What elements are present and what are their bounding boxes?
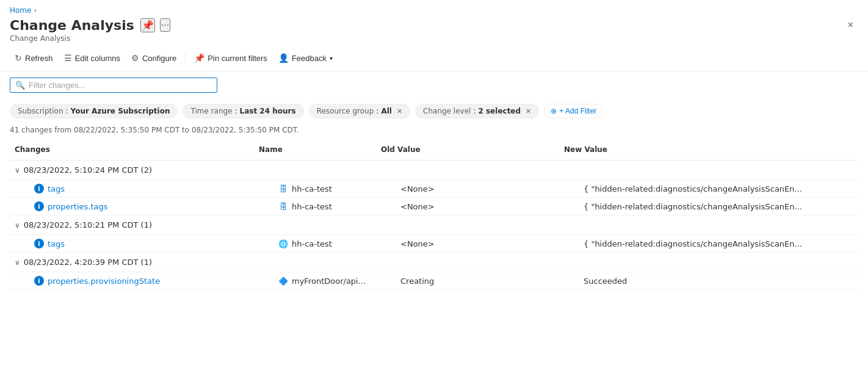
old-value-cell: Creating — [396, 273, 579, 289]
refresh-label: Refresh — [25, 54, 53, 63]
feedback-button[interactable]: 👤 Feedback ▾ — [273, 50, 338, 66]
change-cell: i properties.provisioningState — [29, 272, 273, 289]
resource-name: hh-ca-test — [292, 202, 332, 211]
chevron-down-icon: ∨ — [15, 258, 20, 267]
change-link[interactable]: tags — [48, 184, 65, 193]
resource-group-chip[interactable]: Resource group : All ✕ — [309, 104, 410, 118]
add-filter-icon: ⊕ — [551, 107, 557, 115]
name-cell: 🗄 hh-ca-test — [273, 180, 396, 197]
pin-filters-label: Pin current filters — [208, 54, 267, 63]
change-link[interactable]: tags — [48, 239, 65, 248]
page-title: Change Analysis — [10, 18, 134, 33]
chevron-down-icon: ∨ — [15, 166, 20, 175]
table-row[interactable]: i tags 🗄 hh-ca-test <None> { "hidden-rel… — [10, 180, 858, 198]
filter-input-container: 🔍 — [10, 78, 217, 93]
configure-button[interactable]: ⚙ Configure — [126, 50, 181, 66]
result-summary: 41 changes from 08/22/2022, 5:35:50 PM C… — [0, 123, 868, 139]
close-button[interactable]: × — [843, 17, 858, 33]
filter-section: 🔍 — [0, 71, 868, 99]
chevron-down-icon: ∨ — [15, 221, 20, 230]
refresh-icon: ↻ — [15, 53, 22, 63]
change-level-chip[interactable]: Change level : 2 selected ✕ — [415, 104, 539, 118]
table-container: Changes Name Old Value New Value ∨ 08/23… — [0, 139, 868, 290]
storage-icon: 🗄 — [278, 184, 288, 193]
info-icon: i — [34, 201, 44, 211]
table-row[interactable]: i properties.tags 🗄 hh-ca-test <None> { … — [10, 198, 858, 215]
refresh-button[interactable]: ↻ Refresh — [10, 50, 58, 66]
feedback-label: Feedback — [292, 54, 327, 63]
resource-name: hh-ca-test — [292, 184, 332, 193]
breadcrumb: Home › — [0, 0, 868, 17]
col-header-old-value: Old Value — [376, 143, 559, 156]
table-row[interactable]: i properties.provisioningState 🔷 myFront… — [10, 272, 858, 290]
time-range-chip[interactable]: Time range : Last 24 hours — [183, 104, 303, 118]
name-cell: 🔷 myFrontDoor/api... — [273, 272, 396, 289]
more-icon[interactable]: ··· — [160, 18, 170, 32]
resource-name: myFrontDoor/api... — [292, 277, 366, 286]
add-filter-label: + Add Filter — [559, 107, 596, 115]
old-value-cell: <None> — [396, 236, 579, 252]
resource-group-chip-close[interactable]: ✕ — [397, 107, 402, 115]
search-icon: 🔍 — [15, 81, 25, 90]
edit-columns-button[interactable]: ☰ Edit columns — [59, 50, 125, 66]
change-cell: i tags — [29, 180, 273, 197]
resource-name: hh-ca-test — [292, 239, 332, 248]
change-link[interactable]: properties.tags — [48, 202, 108, 211]
filter-chips: Subscription : Your Azure Subscription T… — [0, 99, 868, 123]
pin-filters-button[interactable]: 📌 Pin current filters — [189, 50, 272, 66]
new-value-cell: Succeeded — [579, 273, 858, 289]
table-header: Changes Name Old Value New Value — [10, 139, 858, 161]
change-level-chip-close[interactable]: ✕ — [526, 107, 531, 115]
name-cell: 🌐 hh-ca-test — [273, 235, 396, 252]
group-timestamp-2: 08/23/2022, 5:10:21 PM CDT (1) — [24, 220, 152, 230]
breadcrumb-separator: › — [34, 6, 37, 15]
filter-input[interactable] — [29, 81, 212, 90]
breadcrumb-home[interactable]: Home — [10, 6, 31, 15]
change-cell: i tags — [29, 235, 273, 252]
change-cell: i properties.tags — [29, 198, 273, 215]
header-row: Change Analysis 📌 ··· × — [0, 17, 868, 34]
globe-icon: 🌐 — [278, 239, 288, 248]
info-icon: i — [34, 276, 44, 286]
subtitle: Change Analysis — [0, 34, 868, 48]
add-filter-button[interactable]: ⊕ + Add Filter — [544, 104, 603, 118]
group-row-3[interactable]: ∨ 08/23/2022, 4:20:39 PM CDT (1) — [10, 253, 858, 272]
name-cell: 🗄 hh-ca-test — [273, 198, 396, 215]
pin-icon[interactable]: 📌 — [140, 18, 155, 32]
col-header-new-value: New Value — [559, 143, 858, 156]
feedback-chevron-icon: ▾ — [330, 55, 333, 62]
group-row-2[interactable]: ∨ 08/23/2022, 5:10:21 PM CDT (1) — [10, 215, 858, 235]
new-value-cell: { "hidden-related:diagnostics/changeAnal… — [579, 181, 858, 197]
toolbar-divider-1 — [185, 52, 186, 64]
group-timestamp-3: 08/23/2022, 4:20:39 PM CDT (1) — [24, 258, 152, 267]
new-value-cell: { "hidden-related:diagnostics/changeAnal… — [579, 198, 858, 215]
configure-label: Configure — [142, 54, 176, 63]
group-row-1[interactable]: ∨ 08/23/2022, 5:10:24 PM CDT (2) — [10, 161, 858, 180]
old-value-cell: <None> — [396, 181, 579, 197]
feedback-icon: 👤 — [278, 53, 289, 63]
pin-filters-icon: 📌 — [194, 53, 204, 63]
table-row[interactable]: i tags 🌐 hh-ca-test <None> { "hidden-rel… — [10, 235, 858, 253]
old-value-cell: <None> — [396, 198, 579, 215]
change-link[interactable]: properties.provisioningState — [48, 277, 160, 286]
subscription-chip: Subscription : Your Azure Subscription — [10, 104, 178, 118]
new-value-cell: { "hidden-related:diagnostics/changeAnal… — [579, 236, 858, 252]
configure-icon: ⚙ — [131, 53, 139, 63]
info-icon: i — [34, 239, 44, 248]
col-header-changes: Changes — [10, 143, 254, 156]
storage-icon: 🗄 — [278, 201, 288, 211]
group-timestamp-1: 08/23/2022, 5:10:24 PM CDT (2) — [24, 165, 152, 175]
info-icon: i — [34, 184, 44, 193]
toolbar: ↻ Refresh ☰ Edit columns ⚙ Configure 📌 P… — [0, 48, 868, 71]
edit-columns-icon: ☰ — [64, 53, 72, 63]
col-header-name: Name — [254, 143, 376, 156]
edit-columns-label: Edit columns — [75, 54, 120, 63]
frontdoor-icon: 🔷 — [278, 276, 288, 286]
